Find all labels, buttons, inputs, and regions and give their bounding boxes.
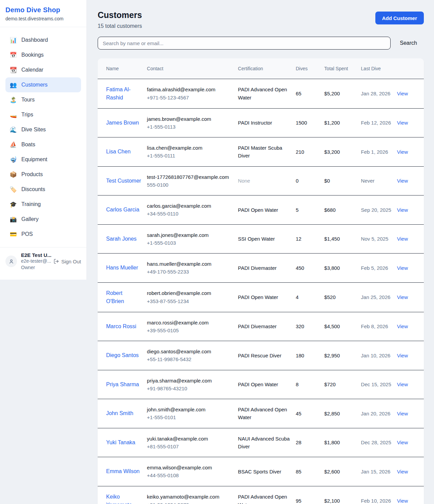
- view-customer-link[interactable]: View: [397, 440, 408, 445]
- customers-table: NameContactCertificationDivesTotal Spent…: [98, 58, 424, 504]
- customer-total-spent: $2,100: [324, 486, 361, 504]
- view-customer-link[interactable]: View: [397, 469, 408, 474]
- credit-card-icon: 💳: [9, 231, 17, 237]
- customer-phone: +39-555-0105: [147, 326, 233, 334]
- customer-name-link[interactable]: Fatima Al-Rashid: [106, 86, 141, 102]
- customer-phone: +81-90-1234-5678: [147, 501, 233, 504]
- sidebar-item-trips[interactable]: 🚤 Trips: [5, 107, 81, 122]
- customer-email: carlos.garcia@example.com: [147, 202, 233, 210]
- view-customer-link[interactable]: View: [397, 149, 408, 155]
- customer-name-link[interactable]: Test Customer: [106, 177, 141, 185]
- avatar: [5, 256, 17, 267]
- table-row: Priya Sharma priya.sharma@example.com +9…: [98, 370, 424, 399]
- sidebar-item-tours[interactable]: 🏝️ Tours: [5, 92, 81, 107]
- customer-phone: +49-170-555-2233: [147, 268, 233, 276]
- customer-total-spent: $2,950: [324, 341, 361, 370]
- package-icon: 📦: [9, 172, 17, 178]
- view-customer-link[interactable]: View: [397, 411, 408, 416]
- customer-name-link[interactable]: Sarah Jones: [106, 235, 137, 243]
- search-input[interactable]: [98, 37, 391, 50]
- sidebar-item-gallery[interactable]: 📸 Gallery: [5, 212, 81, 227]
- sidebar-item-customers[interactable]: 👥 Customers: [5, 77, 81, 92]
- sidebar-item-bookings[interactable]: 📅 Bookings: [5, 48, 81, 62]
- add-customer-button[interactable]: Add Customer: [375, 12, 424, 24]
- view-customer-link[interactable]: View: [397, 265, 408, 271]
- customer-name-link[interactable]: Priya Sharma: [106, 380, 139, 389]
- customers-table-card: NameContactCertificationDivesTotal Spent…: [98, 58, 424, 504]
- customer-name-link[interactable]: Emma Wilson: [106, 467, 140, 475]
- customer-certification: PADI Open Water: [238, 195, 296, 225]
- user-role: Owner: [21, 264, 50, 271]
- sailboat-icon: ⛵: [9, 142, 17, 148]
- customer-last-dive: Jan 25, 2026: [361, 282, 397, 312]
- view-customer-link[interactable]: View: [397, 353, 408, 358]
- sidebar-item-label: Gallery: [21, 216, 39, 222]
- table-row: Fatima Al-Rashid fatima.alrashid@example…: [98, 79, 424, 108]
- graduation-cap-icon: 🎓: [9, 202, 17, 207]
- customer-name-link[interactable]: James Brown: [106, 119, 139, 127]
- sidebar-item-dive-sites[interactable]: 🌊 Dive Sites: [5, 122, 81, 137]
- view-customer-link[interactable]: View: [397, 294, 408, 300]
- sidebar-item-pos[interactable]: 💳 POS: [5, 227, 81, 242]
- label-tag-icon: 🏷️: [9, 187, 17, 192]
- customer-total-spent: $1,800: [324, 428, 361, 457]
- view-customer-link[interactable]: View: [397, 498, 408, 504]
- customer-dives: 65: [296, 79, 324, 108]
- sidebar-item-discounts[interactable]: 🏷️ Discounts: [5, 182, 81, 197]
- customer-dives: 85: [296, 457, 324, 486]
- sign-out-button[interactable]: Sign Out: [54, 259, 81, 264]
- customer-name-link[interactable]: Yuki Tanaka: [106, 438, 135, 447]
- sidebar-item-label: Bookings: [21, 52, 44, 58]
- search-button[interactable]: Search: [400, 40, 417, 46]
- sidebar-item-boats[interactable]: ⛵ Boats: [5, 137, 81, 152]
- customer-email: lisa.chen@example.com: [147, 144, 233, 152]
- customer-email: yuki.tanaka@example.com: [147, 435, 233, 443]
- sidebar-item-label: Discounts: [21, 186, 45, 192]
- sidebar-item-equipment[interactable]: 🤿 Equipment: [5, 152, 81, 167]
- customer-name-link[interactable]: Diego Santos: [106, 351, 139, 359]
- sidebar-item-label: Training: [21, 201, 41, 207]
- view-customer-link[interactable]: View: [397, 178, 408, 184]
- customer-email: robert.obrien@example.com: [147, 289, 233, 297]
- main-content: Customers 15 total customers Add Custome…: [87, 0, 434, 504]
- sidebar-item-label: Products: [21, 171, 43, 178]
- sidebar-item-products[interactable]: 📦 Products: [5, 167, 81, 182]
- camera-flash-icon: 📸: [9, 217, 17, 222]
- customer-last-dive: Jan 28, 2026: [361, 79, 397, 108]
- view-customer-link[interactable]: View: [397, 381, 408, 387]
- sidebar-item-dashboard[interactable]: 📊 Dashboard: [5, 33, 81, 48]
- customer-dives: 95: [296, 486, 324, 504]
- customer-email: hans.mueller@example.com: [147, 260, 233, 268]
- table-row: Yuki Tanaka yuki.tanaka@example.com +81-…: [98, 428, 424, 457]
- customer-phone: +55-11-99876-5432: [147, 355, 233, 363]
- customer-name-link[interactable]: Keiko Yamamoto: [106, 493, 141, 504]
- customer-total-spent: $2,850: [324, 399, 361, 428]
- customer-name-link[interactable]: Marco Rossi: [106, 322, 136, 331]
- customer-dives: 4: [296, 282, 324, 312]
- sidebar-item-label: Calendar: [21, 67, 43, 73]
- view-customer-link[interactable]: View: [397, 91, 408, 96]
- user-name: E2E Test U...: [21, 252, 50, 258]
- customer-phone: +1-555-0113: [147, 123, 233, 131]
- sidebar-item-calendar[interactable]: 📆 Calendar: [5, 62, 81, 77]
- table-row: Carlos Garcia carlos.garcia@example.com …: [98, 195, 424, 225]
- view-customer-link[interactable]: View: [397, 236, 408, 242]
- view-customer-link[interactable]: View: [397, 323, 408, 329]
- customer-name-link[interactable]: Hans Mueller: [106, 264, 138, 272]
- customer-total-spent: $0: [324, 166, 361, 195]
- customer-dives: 210: [296, 137, 324, 167]
- customer-name-link[interactable]: Robert O'Brien: [106, 289, 141, 305]
- customer-name-link[interactable]: John Smith: [106, 409, 133, 417]
- customer-total-spent: $720: [324, 370, 361, 399]
- table-row: Keiko Yamamoto keiko.yamamoto@example.co…: [98, 486, 424, 504]
- table-row: Robert O'Brien robert.obrien@example.com…: [98, 282, 424, 312]
- view-customer-link[interactable]: View: [397, 120, 408, 126]
- sidebar-item-training[interactable]: 🎓 Training: [5, 197, 81, 212]
- customer-certification: PADI Divemaster: [238, 254, 296, 283]
- customer-dives: 320: [296, 312, 324, 341]
- customer-name-link[interactable]: Lisa Chen: [106, 148, 131, 156]
- island-icon: 🏝️: [9, 97, 17, 103]
- view-customer-link[interactable]: View: [397, 207, 408, 213]
- customer-dives: 5: [296, 195, 324, 225]
- customer-name-link[interactable]: Carlos Garcia: [106, 206, 139, 214]
